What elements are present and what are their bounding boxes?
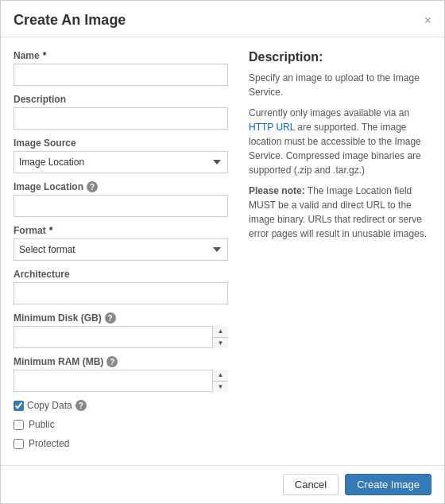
min-ram-decrement-button[interactable]: ▼ bbox=[213, 382, 228, 393]
public-checkbox[interactable] bbox=[14, 420, 24, 430]
form-section: Name * Description Image Source Image Lo… bbox=[14, 50, 228, 452]
create-image-button[interactable]: Create Image bbox=[345, 474, 431, 495]
min-ram-label: Minimum RAM (MB) ? bbox=[14, 356, 228, 367]
architecture-group: Architecture bbox=[14, 269, 228, 304]
modal-footer: Cancel Create Image bbox=[1, 465, 444, 503]
public-group: Public bbox=[14, 419, 228, 430]
min-ram-group: Minimum RAM (MB) ? ▲ ▼ bbox=[14, 356, 228, 392]
description-para2: Currently only images available via an H… bbox=[249, 106, 431, 177]
protected-group: Protected bbox=[14, 438, 228, 449]
image-location-group: Image Location ? bbox=[14, 181, 228, 217]
format-required: * bbox=[49, 225, 53, 236]
modal-header: Create An Image × bbox=[1, 1, 444, 37]
format-group: Format * Select format AKI AMI ARI Docke… bbox=[14, 225, 228, 261]
please-note-label: Please note: bbox=[249, 185, 305, 196]
name-input[interactable] bbox=[14, 64, 228, 86]
image-location-help-icon[interactable]: ? bbox=[87, 181, 98, 192]
modal-body: Name * Description Image Source Image Lo… bbox=[1, 37, 444, 465]
architecture-input[interactable] bbox=[14, 282, 228, 304]
min-disk-decrement-button[interactable]: ▼ bbox=[213, 338, 228, 349]
min-disk-spinner-buttons: ▲ ▼ bbox=[212, 326, 228, 348]
description-input[interactable] bbox=[14, 107, 228, 130]
description-section: Description: Specify an image to upload … bbox=[241, 50, 431, 452]
min-ram-spinner: ▲ ▼ bbox=[14, 370, 228, 392]
min-ram-help-icon[interactable]: ? bbox=[106, 356, 118, 367]
min-ram-increment-button[interactable]: ▲ bbox=[213, 370, 228, 382]
min-disk-increment-button[interactable]: ▲ bbox=[213, 326, 228, 338]
image-source-select[interactable]: Image Location bbox=[14, 151, 228, 173]
min-disk-input[interactable] bbox=[14, 326, 228, 348]
modal-close-button[interactable]: × bbox=[424, 14, 431, 28]
image-location-input[interactable] bbox=[14, 195, 228, 217]
http-url-link[interactable]: HTTP URL bbox=[249, 122, 295, 133]
protected-label: Protected bbox=[29, 438, 69, 449]
description-group: Description bbox=[14, 94, 228, 130]
copy-data-help-icon[interactable]: ? bbox=[75, 400, 87, 411]
format-label: Format * bbox=[14, 225, 228, 236]
architecture-label: Architecture bbox=[14, 269, 228, 280]
min-disk-label: Minimum Disk (GB) ? bbox=[14, 312, 228, 324]
copy-data-row: Copy Data ? bbox=[14, 400, 228, 411]
description-para3: Please note: The Image Location field MU… bbox=[249, 184, 431, 241]
protected-checkbox[interactable] bbox=[14, 439, 24, 449]
min-disk-help-icon[interactable]: ? bbox=[105, 312, 116, 324]
name-label: Name * bbox=[14, 50, 228, 61]
modal-title: Create An Image bbox=[14, 12, 126, 29]
create-image-modal: Create An Image × Name * Description Ima… bbox=[0, 0, 445, 504]
description-para1: Specify an image to upload to the Image … bbox=[249, 71, 431, 99]
copy-data-checkbox[interactable] bbox=[14, 401, 24, 411]
min-disk-spinner: ▲ ▼ bbox=[14, 326, 228, 348]
description-label: Description bbox=[14, 94, 228, 105]
name-required: * bbox=[43, 50, 47, 61]
image-location-label: Image Location ? bbox=[14, 181, 228, 192]
public-label: Public bbox=[29, 419, 55, 430]
description-heading: Description: bbox=[249, 50, 431, 64]
min-disk-group: Minimum Disk (GB) ? ▲ ▼ bbox=[14, 312, 228, 348]
format-select[interactable]: Select format AKI AMI ARI Docker ISO OVA… bbox=[14, 238, 228, 261]
image-source-group: Image Source Image Location bbox=[14, 138, 228, 173]
copy-data-label: Copy Data ? bbox=[27, 400, 87, 411]
name-group: Name * bbox=[14, 50, 228, 86]
cancel-button[interactable]: Cancel bbox=[283, 474, 339, 495]
min-ram-spinner-buttons: ▲ ▼ bbox=[212, 370, 228, 392]
image-source-label: Image Source bbox=[14, 138, 228, 149]
min-ram-input[interactable] bbox=[14, 370, 228, 392]
